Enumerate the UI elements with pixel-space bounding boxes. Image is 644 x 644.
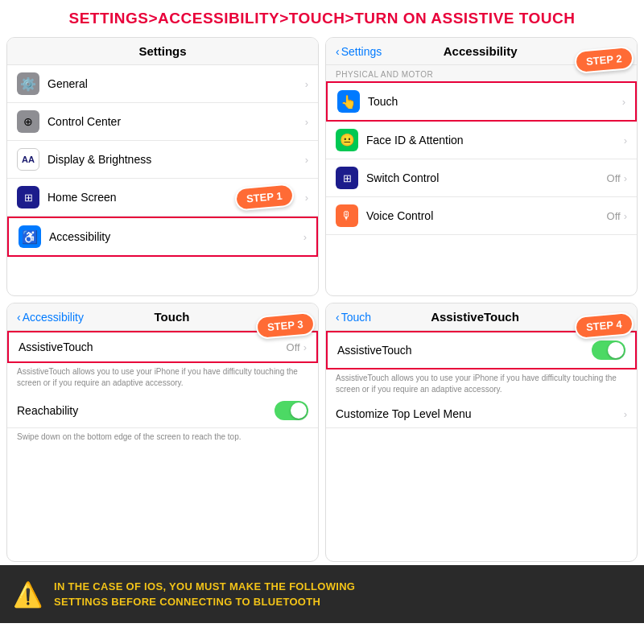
panel-1: Settings ⚙️ General › ⊕ Control Center ›… [6,37,319,296]
settings-row-switch-control[interactable]: ⊞ Switch Control Off › [326,159,637,197]
toggle-knob [291,402,307,419]
settings-row-accessibility[interactable]: ♿ Accessibility › [7,217,318,257]
back-chevron-4-icon: ‹ [336,311,340,324]
accessibility-label: Accessibility [49,230,303,243]
warning-bar: ⚠️ IN THE CASE OF IOS, YOU MUST MAKE THE… [0,565,644,623]
display-chevron: › [305,154,308,166]
panel2-back-label: Settings [341,45,382,58]
control-center-label: Control Center [47,115,305,128]
back-chevron-3-icon: ‹ [17,311,21,324]
panel3-list2: Reachability [7,394,318,428]
header-title: SETTINGS>ACCESSIBILITY>TOUCH>TURN ON ASS… [8,10,636,27]
settings-row-home[interactable]: ⊞ Home Screen STEP 1 › [7,179,318,217]
panel-4: ‹ Touch AssistiveTouch STEP 4 TURN ON As… [325,303,638,562]
settings-row-touch[interactable]: 👆 Touch › [326,81,637,122]
voice-value: Off [607,210,621,222]
assistivetouch-3-chevron: › [303,341,307,353]
panel2-nav: ‹ Settings Accessibility STEP 2 [326,38,637,65]
customize-chevron: › [624,408,627,420]
general-label: General [47,77,305,90]
panel4-back-label: Touch [341,311,371,324]
cc-chevron: › [305,116,308,128]
step4-badge: STEP 4 [574,311,634,339]
step3-badge: STEP 3 [255,311,316,339]
faceid-chevron: › [624,134,627,147]
step2-badge: STEP 2 [574,45,634,73]
assistivetouch-4-label: AssistiveTouch [337,344,592,357]
switch-value: Off [607,172,621,184]
panel2-back[interactable]: ‹ Settings [336,45,382,58]
panel1-title: Settings [138,44,186,58]
settings-row-voice[interactable]: 🎙 Voice Control Off › [326,197,637,235]
assistivetouch-3-value: Off [287,341,300,353]
assistivetouch-3-label: AssistiveTouch [19,341,287,353]
reachability-toggle[interactable] [275,401,308,420]
panel2-list: 👆 Touch › 😐 Face ID & Attention › ⊞ Swit… [326,81,637,235]
panel3-nav: ‹ Accessibility Touch STEP 3 [7,303,318,331]
panel4-back[interactable]: ‹ Touch [336,311,371,324]
settings-row-reachability[interactable]: Reachability [7,394,318,428]
back-chevron-icon: ‹ [336,45,340,58]
settings-row-faceid[interactable]: 😐 Face ID & Attention › [326,122,637,159]
settings-row-display[interactable]: AA Display & Brightness › [7,141,318,179]
panel3-back[interactable]: ‹ Accessibility [17,311,84,324]
panel-3: ‹ Accessibility Touch STEP 3 AssistiveTo… [6,303,319,562]
panel4-list2: Customize Top Level Menu › [326,400,637,428]
reachability-label: Reachability [17,404,275,417]
control-center-icon: ⊕ [17,110,39,133]
panel1-nav: Settings [7,38,318,65]
accessibility-icon: ♿ [19,225,41,248]
touch-icon: 👆 [337,90,360,113]
display-label: Display & Brightness [47,153,305,166]
switch-label: Switch Control [366,171,607,184]
general-icon: ⚙️ [17,72,39,95]
panel-2: ‹ Settings Accessibility STEP 2 PHYSICAL… [325,37,638,296]
switch-chevron: › [624,172,627,184]
reachability-detail: Swipe down on the bottom edge of the scr… [7,428,318,448]
step1-badge: STEP 1 [234,183,295,211]
faceid-label: Face ID & Attention [366,134,624,147]
home-chevron: › [305,192,308,204]
settings-row-control-center[interactable]: ⊕ Control Center › [7,103,318,141]
assistivetouch-detail-4: AssistiveTouch allows you to use your iP… [326,369,637,400]
voice-chevron: › [624,210,627,222]
touch-label: Touch [368,95,622,108]
voice-label: Voice Control [366,209,607,222]
faceid-icon: 😐 [336,129,358,151]
panel4-title: AssistiveTouch [431,310,519,324]
main-header: SETTINGS>ACCESSIBILITY>TOUCH>TURN ON ASS… [0,0,644,34]
display-icon: AA [17,148,39,171]
panel3-title: Touch [155,310,190,324]
settings-row-general[interactable]: ⚙️ General › [7,65,318,103]
settings-row-customize[interactable]: Customize Top Level Menu › [326,400,637,428]
panels-grid: Settings ⚙️ General › ⊕ Control Center ›… [0,34,644,565]
home-label: Home Screen [47,191,241,204]
panel4-nav: ‹ Touch AssistiveTouch STEP 4 [326,303,637,331]
toggle-knob-4 [608,342,624,358]
switch-icon: ⊞ [336,167,358,189]
touch-chevron: › [622,96,625,108]
home-icon: ⊞ [17,186,39,208]
warning-text: IN THE CASE OF IOS, YOU MUST MAKE THE FO… [54,579,355,610]
assistivetouch-detail-3: AssistiveTouch allows you to use your iP… [7,363,318,394]
accessibility-chevron: › [303,231,307,243]
voice-icon: 🎙 [336,204,358,227]
assistivetouch-toggle[interactable] [592,341,625,360]
general-chevron: › [305,78,308,90]
panel3-back-label: Accessibility [23,311,84,324]
panel2-title: Accessibility [444,44,518,58]
customize-label: Customize Top Level Menu [336,407,624,420]
panel1-list: ⚙️ General › ⊕ Control Center › AA Displ… [7,65,318,257]
warning-icon: ⚠️ [13,580,43,609]
